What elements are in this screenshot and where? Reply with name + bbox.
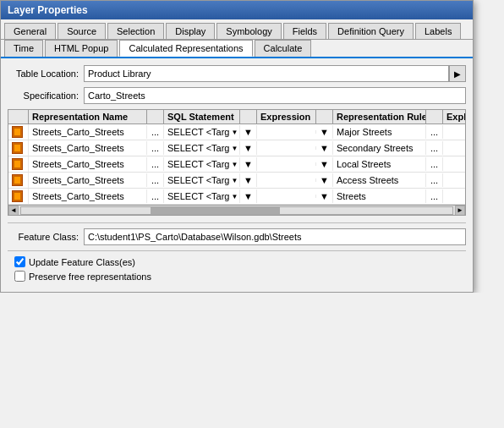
th-expression: Expression [257,110,316,123]
td-name-5: Streets_Carto_Streets [29,189,147,203]
row-icon-3 [8,156,29,172]
table-body: Streets_Carto_Streets ... SELECT <Targ ▼… [8,124,465,205]
feature-class-value: C:\student1\PS_Carto\Database\Wilson.gdb… [84,228,466,245]
tab-selection[interactable]: Selection [107,23,164,39]
table-row[interactable]: Streets_Carto_Streets ... SELECT <Targ ▼… [8,156,465,173]
horizontal-scrollbar[interactable]: ◄ ► [8,205,465,215]
folder-icon: ▶ [454,69,461,79]
table-row[interactable]: Streets_Carto_Streets ... SELECT <Targ ▼… [8,140,465,156]
td-rule-arrow-2[interactable]: ▼ [316,141,333,155]
table-location-row: Table Location: Product Library ▶ [8,65,466,82]
th-expr-arrow [240,110,257,123]
row-icon-1 [8,124,29,140]
table-row[interactable]: Streets_Carto_Streets ... SELECT <Targ ▼… [8,124,465,140]
td-override-4 [443,178,465,182]
th-explicit-override: Explicit Override [443,110,466,123]
table-location-input[interactable]: Product Library [84,65,449,82]
th-sql-statement: SQL Statement [164,110,240,123]
sql-dropdown-arrow-2[interactable]: ▼ [231,145,238,152]
specification-label: Specification: [8,91,84,101]
td-name-3: Streets_Carto_Streets [29,157,147,171]
td-name-1: Streets_Carto_Streets [29,125,147,139]
td-name-2: Streets_Carto_Streets [29,141,147,155]
preserve-representations-checkbox[interactable] [14,271,25,282]
td-override-5 [443,195,465,198]
scroll-thumb [151,207,280,214]
tab-labels[interactable]: Labels [415,23,461,39]
td-sql-4: SELECT <Targ ▼ [164,173,240,187]
td-ellipsis-5[interactable]: ... [147,189,164,203]
td-override-ellipsis-5[interactable]: ... [426,189,443,203]
td-override-1 [443,130,465,134]
sql-dropdown-arrow-4[interactable]: ▼ [231,177,238,184]
table-location-browse-button[interactable]: ▶ [449,65,466,82]
update-feature-label: Update Feature Class(es) [29,257,135,267]
layer-icon [12,126,23,138]
table-row[interactable]: Streets_Carto_Streets ... SELECT <Targ ▼… [8,189,465,205]
th-override-ellipsis [426,110,443,123]
table-row[interactable]: Streets_Carto_Streets ... SELECT <Targ ▼… [8,173,465,189]
feature-class-row: Feature Class: C:\student1\PS_Carto\Data… [8,228,466,245]
preserve-representations-label: Preserve free representations [29,272,151,282]
td-rule-arrow-5[interactable]: ▼ [316,189,333,203]
specification-input[interactable]: Carto_Streets [84,87,466,104]
td-expr-2 [257,146,316,150]
preserve-representations-checkbox-row: Preserve free representations [14,271,466,282]
row-icon-2 [8,140,29,156]
td-rule-1: Major Streets [333,125,426,139]
scroll-right-button[interactable]: ► [455,206,465,216]
td-rule-2: Secondary Streets [333,141,426,155]
scroll-track[interactable] [20,206,453,215]
feature-class-label: Feature Class: [8,232,84,242]
update-feature-checkbox[interactable] [14,256,25,267]
tab-source[interactable]: Source [58,23,106,39]
scroll-left-button[interactable]: ◄ [8,206,19,216]
td-override-ellipsis-1[interactable]: ... [426,125,443,139]
row-icon-4 [8,173,29,188]
tab-time[interactable]: Time [4,40,43,57]
td-rule-arrow-3[interactable]: ▼ [316,157,333,171]
td-sql-3: SELECT <Targ ▼ [164,157,240,171]
td-ellipsis-4[interactable]: ... [147,173,164,187]
td-expr-1 [257,130,316,134]
td-rule-arrow-1[interactable]: ▼ [316,125,333,139]
th-representation-rule: Representation Rule [333,110,426,123]
td-ellipsis-2[interactable]: ... [147,141,164,155]
sql-dropdown-arrow-1[interactable]: ▼ [231,129,238,136]
td-override-3 [443,162,465,166]
td-override-ellipsis-2[interactable]: ... [426,141,443,155]
td-ellipsis-1[interactable]: ... [147,125,164,139]
td-rule-arrow-4[interactable]: ▼ [316,173,333,187]
title-bar: Layer Properties [1,1,473,19]
representations-table: Representation Name SQL Statement Expres… [8,109,466,216]
td-ellipsis-3[interactable]: ... [147,157,164,171]
sql-dropdown-arrow-5[interactable]: ▼ [231,193,238,200]
sql-dropdown-arrow-3[interactable]: ▼ [231,161,238,168]
tab-definition-query[interactable]: Definition Query [328,23,414,39]
tab-html-popup[interactable]: HTML Popup [45,40,118,57]
tab-display[interactable]: Display [166,23,215,39]
td-expr-4 [257,178,316,182]
tab-calculated-representations[interactable]: Calculated Representations [119,40,252,57]
layer-icon [12,158,23,170]
td-expr-arrow-2[interactable]: ▼ [240,141,257,155]
layer-icon [12,190,23,202]
td-expr-arrow-5[interactable]: ▼ [240,189,257,203]
tab-symbology[interactable]: Symbology [216,23,281,39]
tab-general[interactable]: General [4,23,56,39]
td-expr-arrow-4[interactable]: ▼ [240,173,257,187]
tabs-row2: Time HTML Popup Calculated Representatio… [1,40,473,58]
td-override-2 [443,146,465,150]
td-expr-arrow-1[interactable]: ▼ [240,125,257,139]
td-override-ellipsis-3[interactable]: ... [426,157,443,171]
table-location-label: Table Location: [8,69,84,79]
window-title: Layer Properties [8,4,88,16]
layer-icon [12,174,23,186]
td-expr-5 [257,195,316,198]
td-sql-5: SELECT <Targ ▼ [164,189,240,203]
td-expr-arrow-3[interactable]: ▼ [240,157,257,171]
tab-fields[interactable]: Fields [283,23,326,39]
th-rule-arrow [316,110,333,123]
td-override-ellipsis-4[interactable]: ... [426,173,443,187]
tab-calculate[interactable]: Calculate [255,40,312,57]
